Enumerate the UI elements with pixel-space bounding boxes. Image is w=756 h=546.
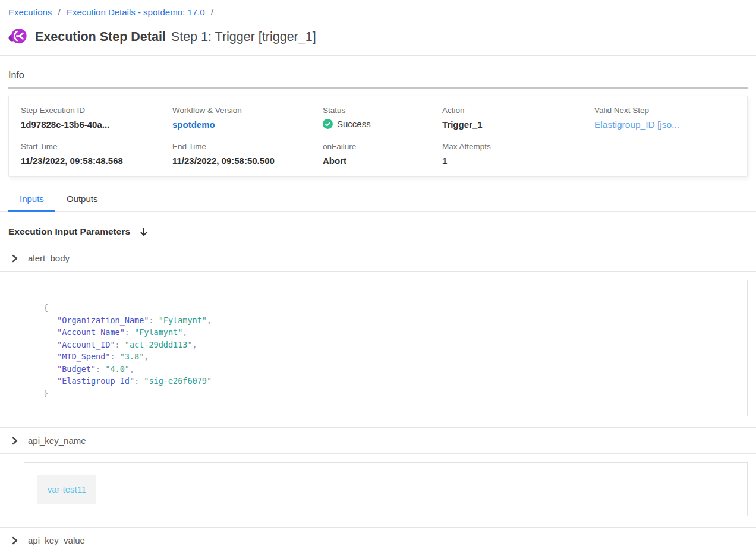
page-header: Execution Step Detail Step 1: Trigger [t… [8,27,748,46]
json-colon: : [149,315,158,325]
field-value: 1 [442,156,594,166]
section-label-alert-body: alert_body [28,253,70,263]
json-comma: , [130,364,134,374]
valid-next-step-link[interactable]: Elastigroup_ID [jso... [594,119,741,130]
json-entry: "Organization_Name": "Fylamynt", [43,314,735,327]
info-section-title: Info [8,70,748,81]
alert-body-json-viewer: { "Organization_Name": "Fylamynt", "Acco… [24,280,748,416]
json-value: "3.8" [120,352,144,361]
section-row-api-key-value[interactable]: api_key_value [8,528,748,546]
chevron-right-icon [11,536,18,545]
json-comma: , [207,315,212,325]
field-value: Abort [323,156,442,166]
json-colon: : [110,352,119,361]
field-label: Status [323,106,442,115]
json-close-brace: } [43,389,48,398]
field-end-time: End Time 11/23/2022, 09:58:50.500 [172,142,323,166]
field-label: onFailure [323,142,442,151]
json-key: "Account_Name" [57,327,125,337]
execution-step-detail-page: Executions / Execution Details - spotdem… [0,0,756,546]
page-subtitle: Step 1: Trigger [trigger_1] [171,30,316,45]
section-label-api-key-value: api_key_value [28,535,85,545]
tab-inputs[interactable]: Inputs [8,190,55,211]
json-value: "act-29ddd113" [125,340,193,349]
status-text: Success [337,119,371,129]
field-label: Start Time [21,142,172,151]
fylamynt-logo-icon [8,27,27,46]
field-value: 1d97828c-13b6-40a... [21,119,172,130]
field-value: 11/23/2022, 09:58:48.568 [21,156,172,166]
arrow-down-icon[interactable] [139,227,149,237]
field-label: End Time [172,142,323,151]
section-row-alert-body[interactable]: alert_body [8,245,748,271]
chevron-right-icon [11,437,18,445]
api-key-name-value-box: var-test11 [24,462,748,516]
header-divider [0,55,756,56]
field-empty [594,142,741,166]
info-section-underline [8,87,748,89]
json-comma: , [144,352,149,361]
json-value: "Fylamynt" [159,315,207,325]
field-label: Workflow & Version [172,106,323,115]
tab-outputs[interactable]: Outputs [55,190,109,211]
section-label-api-key-name: api_key_name [28,435,86,446]
json-colon: : [96,364,105,374]
workflow-link[interactable]: spotdemo [172,119,323,130]
json-key: "Budget" [57,364,96,374]
info-card: Step Execution ID 1d97828c-13b6-40a... W… [8,96,748,177]
section-row-api-key-name[interactable]: api_key_name [8,428,748,453]
json-entry: "Elastigroup_Id": "sig-e26f6079" [43,375,735,387]
json-value: "sig-e26f6079" [144,376,212,386]
json-colon: : [125,327,134,337]
field-onfailure: onFailure Abort [323,142,442,166]
success-check-icon [323,119,333,129]
json-key: "Elastigroup_Id" [57,376,134,386]
json-colon: : [115,340,125,349]
json-open-brace: { [43,303,48,313]
json-comma: , [193,340,197,349]
execution-input-parameters-title: Execution Input Parameters [8,226,130,237]
field-step-execution-id: Step Execution ID 1d97828c-13b6-40a... [21,106,172,130]
field-valid-next-step: Valid Next Step Elastigroup_ID [jso... [594,106,741,130]
field-label: Action [442,106,594,115]
json-key: "Organization_Name" [57,315,149,325]
field-label: Step Execution ID [21,106,172,115]
section-divider [0,271,756,272]
api-key-name-chip: var-test11 [37,475,96,504]
breadcrumb-separator: / [58,7,61,17]
execution-input-parameters-header: Execution Input Parameters [8,219,748,245]
section-divider [0,453,756,454]
field-workflow-version: Workflow & Version spotdemo [172,106,323,130]
json-colon: : [134,376,144,386]
json-entry: "Account_ID": "act-29ddd113", [43,339,735,351]
field-value: 11/23/2022, 09:58:50.500 [172,156,323,166]
json-entry: "Account_Name": "Fylamynt", [43,326,735,339]
field-value: Trigger_1 [442,119,594,130]
json-entry: "MTD_Spend": "3.8", [43,351,735,363]
field-action: Action Trigger_1 [442,106,594,130]
json-value: "Fylamynt" [134,327,182,337]
breadcrumb-separator: / [211,7,213,17]
json-key: "Account_ID" [57,340,115,349]
json-comma: , [182,327,187,337]
breadcrumb: Executions / Execution Details - spotdem… [8,0,748,17]
tab-bar: Inputs Outputs [0,190,756,212]
breadcrumb-link-executions[interactable]: Executions [8,7,52,17]
json-value: "4.0" [105,364,130,374]
json-key: "MTD_Spend" [57,352,110,361]
field-label: Valid Next Step [594,106,741,115]
page-title: Execution Step Detail [35,30,166,45]
field-max-attempts: Max Attempts 1 [442,142,594,166]
chevron-right-icon [11,254,18,263]
status-badge: Success [323,119,442,129]
json-entry: "Budget": "4.0", [43,363,735,375]
field-label: Max Attempts [442,142,594,151]
field-start-time: Start Time 11/23/2022, 09:58:48.568 [21,142,172,166]
field-status: Status Success [323,106,442,130]
breadcrumb-link-execution-details[interactable]: Execution Details - spotdemo: 17.0 [67,7,205,17]
